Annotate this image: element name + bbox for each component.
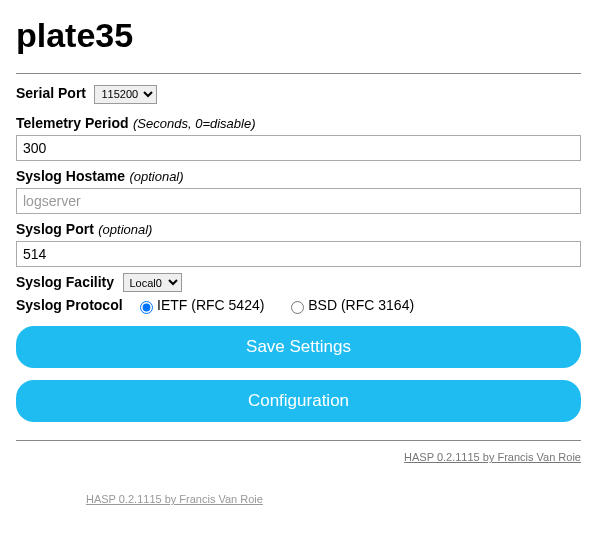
syslog-host-input[interactable] [16, 188, 581, 214]
syslog-facility-select[interactable]: Local0 [123, 273, 182, 292]
page-title: plate35 [16, 16, 581, 55]
protocol-bsd-radio[interactable] [291, 301, 304, 314]
syslog-host-label: Syslog Hostame [16, 168, 125, 184]
serial-port-label: Serial Port [16, 85, 86, 101]
configuration-button[interactable]: Configuration [16, 380, 581, 422]
telemetry-hint: (Seconds, 0=disable) [133, 116, 256, 131]
save-button[interactable]: Save Settings [16, 326, 581, 368]
footer-link[interactable]: HASP 0.2.1115 by Francis Van Roie [16, 451, 581, 463]
divider-footer [16, 440, 581, 441]
syslog-port-input[interactable] [16, 241, 581, 267]
syslog-protocol-label: Syslog Protocol [16, 297, 123, 313]
syslog-host-hint: (optional) [129, 169, 183, 184]
divider-top [16, 73, 581, 74]
telemetry-input[interactable] [16, 135, 581, 161]
protocol-ietf-radio[interactable] [140, 301, 153, 314]
syslog-port-hint: (optional) [98, 222, 152, 237]
serial-port-select[interactable]: 115200 [94, 85, 157, 104]
protocol-ietf-option[interactable]: IETF (RFC 5424) [135, 297, 268, 313]
syslog-port-label: Syslog Port [16, 221, 94, 237]
footer-link-secondary[interactable]: HASP 0.2.1115 by Francis Van Roie [86, 493, 581, 505]
telemetry-label: Telemetry Period [16, 115, 129, 131]
syslog-facility-label: Syslog Facility [16, 274, 114, 290]
protocol-bsd-option[interactable]: BSD (RFC 3164) [286, 297, 414, 313]
